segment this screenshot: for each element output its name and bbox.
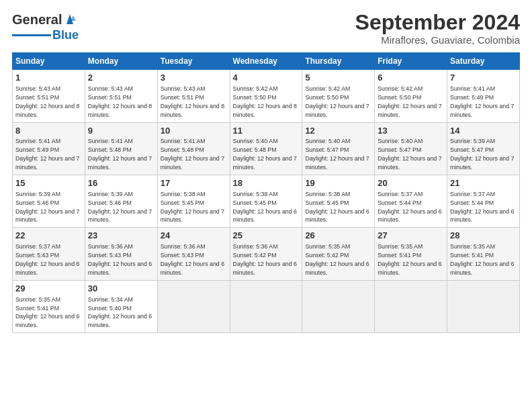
cell-4-4: 26 Sunrise: 5:35 AMSunset: 5:42 PMDaylig… [302,228,375,280]
col-header-sunday: Sunday [13,53,85,70]
day-info: Sunrise: 5:36 AMSunset: 5:43 PMDaylight:… [88,243,152,276]
week-row-4: 22 Sunrise: 5:37 AMSunset: 5:43 PMDaylig… [13,228,520,280]
day-number: 12 [305,126,371,137]
day-number: 11 [233,126,300,137]
day-info: Sunrise: 5:41 AMSunset: 5:48 PMDaylight:… [88,138,152,171]
day-info: Sunrise: 5:36 AMSunset: 5:43 PMDaylight:… [161,243,224,276]
col-header-saturday: Saturday [447,53,520,70]
cell-3-3: 18 Sunrise: 5:38 AMSunset: 5:45 PMDaylig… [230,175,302,227]
day-info: Sunrise: 5:37 AMSunset: 5:43 PMDaylight:… [15,243,79,276]
day-info: Sunrise: 5:35 AMSunset: 5:41 PMDaylight:… [378,243,441,276]
cell-5-1: 30 Sunrise: 5:34 AMSunset: 5:40 PMDaylig… [85,280,157,332]
cell-4-1: 23 Sunrise: 5:36 AMSunset: 5:43 PMDaylig… [85,228,157,280]
cell-4-6: 28 Sunrise: 5:35 AMSunset: 5:41 PMDaylig… [447,228,520,280]
col-header-monday: Monday [85,53,157,70]
header: General Blue September 2024 Miraflores, … [12,11,520,46]
col-header-tuesday: Tuesday [157,53,230,70]
day-number: 15 [15,178,82,189]
logo: General Blue [12,11,79,42]
day-number: 25 [233,230,300,242]
cell-4-0: 22 Sunrise: 5:37 AMSunset: 5:43 PMDaylig… [13,228,85,280]
day-number: 18 [233,178,300,189]
header-row: SundayMondayTuesdayWednesdayThursdayFrid… [13,53,520,70]
day-info: Sunrise: 5:43 AMSunset: 5:51 PMDaylight:… [161,85,224,118]
cell-4-2: 24 Sunrise: 5:36 AMSunset: 5:43 PMDaylig… [157,228,230,280]
week-row-2: 8 Sunrise: 5:41 AMSunset: 5:49 PMDayligh… [13,122,520,175]
logo-blue-text: Blue [52,28,79,42]
day-info: Sunrise: 5:42 AMSunset: 5:50 PMDaylight:… [378,85,441,118]
day-number: 22 [15,230,82,242]
day-info: Sunrise: 5:39 AMSunset: 5:46 PMDaylight:… [88,191,152,224]
day-number: 2 [88,73,154,84]
day-info: Sunrise: 5:40 AMSunset: 5:48 PMDaylight:… [233,138,297,171]
day-number: 27 [378,230,444,242]
logo-icon [62,11,77,26]
cell-2-4: 12 Sunrise: 5:40 AMSunset: 5:47 PMDaylig… [302,122,375,175]
day-info: Sunrise: 5:38 AMSunset: 5:45 PMDaylight:… [233,191,297,224]
cell-1-1: 2 Sunrise: 5:43 AMSunset: 5:51 PMDayligh… [85,70,157,122]
day-info: Sunrise: 5:42 AMSunset: 5:50 PMDaylight:… [305,85,369,118]
cell-3-5: 20 Sunrise: 5:37 AMSunset: 5:44 PMDaylig… [375,175,447,227]
cell-3-4: 19 Sunrise: 5:38 AMSunset: 5:45 PMDaylig… [302,175,375,227]
day-number: 29 [15,283,82,295]
day-number: 5 [305,73,371,84]
cell-4-3: 25 Sunrise: 5:36 AMSunset: 5:42 PMDaylig… [230,228,302,280]
day-number: 1 [15,73,82,84]
cell-1-0: 1 Sunrise: 5:43 AMSunset: 5:51 PMDayligh… [13,70,85,122]
day-number: 13 [378,126,444,137]
day-info: Sunrise: 5:38 AMSunset: 5:45 PMDaylight:… [161,191,224,224]
cell-3-0: 15 Sunrise: 5:39 AMSunset: 5:46 PMDaylig… [13,175,85,227]
title-block: September 2024 Miraflores, Guaviare, Col… [355,11,520,46]
day-number: 10 [161,126,227,137]
day-info: Sunrise: 5:40 AMSunset: 5:47 PMDaylight:… [378,138,441,171]
cell-1-5: 6 Sunrise: 5:42 AMSunset: 5:50 PMDayligh… [375,70,447,122]
cell-5-2 [157,280,230,332]
day-info: Sunrise: 5:43 AMSunset: 5:51 PMDaylight:… [15,85,79,118]
cell-5-0: 29 Sunrise: 5:35 AMSunset: 5:41 PMDaylig… [13,280,85,332]
day-info: Sunrise: 5:35 AMSunset: 5:41 PMDaylight:… [15,296,79,329]
cell-1-3: 4 Sunrise: 5:42 AMSunset: 5:50 PMDayligh… [230,70,302,122]
day-number: 4 [233,73,300,84]
cell-1-4: 5 Sunrise: 5:42 AMSunset: 5:50 PMDayligh… [302,70,375,122]
day-info: Sunrise: 5:38 AMSunset: 5:45 PMDaylight:… [305,191,369,224]
calendar-subtitle: Miraflores, Guaviare, Colombia [355,34,520,46]
cell-5-5 [375,280,447,332]
day-info: Sunrise: 5:39 AMSunset: 5:46 PMDaylight:… [15,191,79,224]
day-info: Sunrise: 5:35 AMSunset: 5:41 PMDaylight:… [450,243,514,276]
day-number: 26 [305,230,371,242]
cell-1-2: 3 Sunrise: 5:43 AMSunset: 5:51 PMDayligh… [157,70,230,122]
day-info: Sunrise: 5:36 AMSunset: 5:42 PMDaylight:… [233,243,297,276]
day-info: Sunrise: 5:43 AMSunset: 5:51 PMDaylight:… [88,85,152,118]
day-info: Sunrise: 5:37 AMSunset: 5:44 PMDaylight:… [378,191,441,224]
cell-2-6: 14 Sunrise: 5:39 AMSunset: 5:47 PMDaylig… [447,122,520,175]
day-number: 14 [450,126,517,137]
day-number: 7 [450,73,517,84]
week-row-3: 15 Sunrise: 5:39 AMSunset: 5:46 PMDaylig… [13,175,520,227]
day-number: 17 [161,178,227,189]
cell-2-3: 11 Sunrise: 5:40 AMSunset: 5:48 PMDaylig… [230,122,302,175]
day-number: 8 [15,126,82,137]
page: General Blue September 2024 Miraflores, … [0,0,532,411]
cell-2-1: 9 Sunrise: 5:41 AMSunset: 5:48 PMDayligh… [85,122,157,175]
day-number: 16 [88,178,154,189]
day-number: 9 [88,126,154,137]
calendar-title: September 2024 [355,11,520,34]
day-info: Sunrise: 5:39 AMSunset: 5:47 PMDaylight:… [450,138,514,171]
day-info: Sunrise: 5:41 AMSunset: 5:49 PMDaylight:… [15,138,79,171]
col-header-wednesday: Wednesday [230,53,302,70]
logo-underline [12,34,51,36]
day-number: 28 [450,230,517,242]
day-number: 20 [378,178,444,189]
cell-5-4 [302,280,375,332]
logo-blue-line: Blue [12,28,79,42]
cell-2-5: 13 Sunrise: 5:40 AMSunset: 5:47 PMDaylig… [375,122,447,175]
day-info: Sunrise: 5:41 AMSunset: 5:48 PMDaylight:… [161,138,224,171]
cell-1-6: 7 Sunrise: 5:41 AMSunset: 5:49 PMDayligh… [447,70,520,122]
col-header-friday: Friday [375,53,447,70]
day-info: Sunrise: 5:41 AMSunset: 5:49 PMDaylight:… [450,85,514,118]
cell-3-2: 17 Sunrise: 5:38 AMSunset: 5:45 PMDaylig… [157,175,230,227]
day-info: Sunrise: 5:42 AMSunset: 5:50 PMDaylight:… [233,85,297,118]
col-header-thursday: Thursday [302,53,375,70]
cell-3-6: 21 Sunrise: 5:37 AMSunset: 5:44 PMDaylig… [447,175,520,227]
day-info: Sunrise: 5:35 AMSunset: 5:42 PMDaylight:… [305,243,369,276]
